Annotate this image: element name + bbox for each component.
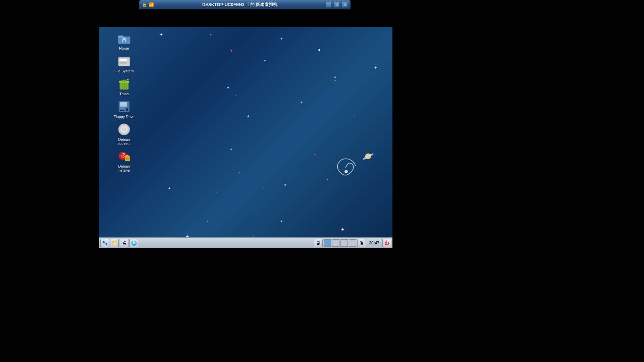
star-white: ✦ — [374, 65, 377, 70]
taskbar-menu-btn[interactable]: 🐾 — [100, 239, 109, 247]
star-white: · — [283, 122, 284, 125]
star-white: · — [195, 131, 195, 134]
star-red: ✶ — [238, 171, 240, 174]
trash-icon-img: ✦ — [117, 77, 131, 90]
star-white: ✦ — [280, 37, 283, 41]
star-white: ✦ — [283, 183, 287, 187]
star-red: ✦ — [230, 49, 233, 53]
workspace-1[interactable] — [324, 239, 331, 247]
star-white: ✦ — [247, 114, 250, 119]
star-white: ✦ — [226, 85, 230, 90]
system-clock: 20:47 — [367, 240, 381, 246]
star-white: · — [327, 178, 328, 181]
star-white: · — [381, 208, 381, 211]
taskbar-power-btn[interactable]: ⏻ — [382, 239, 391, 247]
star-white: ✦ — [168, 186, 171, 191]
star-white: · — [141, 184, 142, 187]
lock-icon: 🔒 — [142, 2, 147, 7]
star-white: ✦ — [317, 47, 321, 53]
star-red: ✶ — [235, 94, 237, 97]
star-white: · — [260, 158, 261, 161]
taskbar-filemgr-btn[interactable]: 📁 — [110, 239, 119, 247]
svg-rect-19 — [120, 108, 124, 109]
star-white: ✶ — [334, 75, 336, 79]
filesystem-icon-img — [117, 54, 131, 68]
star-white: · — [181, 54, 182, 57]
star-white: ✦ — [159, 32, 163, 37]
close-button[interactable]: ✕ — [342, 2, 348, 8]
titlebar-controls: ─ ⧉ ✕ — [326, 2, 348, 8]
debian-installer-label: Debian Installer — [112, 164, 136, 172]
workspace-2[interactable] — [332, 239, 339, 247]
debian-cd-icon-img — [117, 123, 131, 136]
star-white: ✦ — [340, 226, 345, 233]
star-white: · — [354, 114, 355, 117]
filesystem-icon-item[interactable]: File System — [111, 53, 138, 74]
taskbar: 🐾 📁 🖨 🌐 🖥 🖱 20:47 ⏻ — [99, 237, 392, 248]
star-red: ✦ — [334, 79, 336, 82]
svg-rect-5 — [123, 40, 125, 42]
floppy-icon-img — [117, 100, 131, 113]
svg-rect-20 — [126, 108, 128, 111]
home-label: Home — [119, 46, 129, 50]
trash-label: Trash — [119, 92, 129, 96]
star-white: ✶ — [280, 220, 283, 223]
vm-desktop: ✦✦✶✦✦✶·✶✦✦··✦····✶···✦··✦····✦··✶·✦··✦·✦… — [99, 27, 392, 248]
star-white: · — [158, 156, 159, 160]
star-white: · — [324, 225, 324, 228]
star-white: · — [387, 85, 388, 88]
titlebar-left: 🔒 📶 — [142, 2, 154, 7]
svg-rect-12 — [122, 80, 126, 81]
taskbar-right: 🖥 🖱 20:47 ⏻ — [314, 239, 391, 247]
star-white: · — [216, 209, 217, 213]
desktop-icons: Home File System — [111, 30, 138, 174]
home-icon-item[interactable]: Home — [111, 30, 138, 52]
svg-point-24 — [123, 129, 125, 130]
filesystem-label: File System — [114, 69, 133, 73]
svg-rect-8 — [119, 62, 127, 63]
taskbar-screen-btn[interactable]: 🖥 — [314, 239, 323, 247]
star-white: ✦ — [263, 59, 267, 63]
floppy-icon-item[interactable]: Floppy Drive — [111, 99, 138, 120]
debian-installer-icon-img — [117, 149, 131, 163]
debian-cd-label: Debian squee... — [112, 137, 136, 145]
workspace-3[interactable] — [340, 239, 348, 247]
restore-button[interactable]: ⧉ — [334, 2, 340, 8]
workspace-4[interactable] — [349, 239, 356, 247]
star-white: · — [196, 220, 197, 223]
star-red: ✦ — [206, 220, 209, 223]
svg-text:✦: ✦ — [126, 78, 129, 81]
floppy-label: Floppy Drive — [114, 115, 135, 119]
debian-installer-icon-item[interactable]: Debian Installer — [111, 148, 138, 174]
home-icon-img — [117, 32, 131, 45]
svg-rect-9 — [119, 63, 127, 64]
star-red: ✦ — [314, 153, 316, 156]
signal-icon: 📶 — [149, 2, 154, 7]
titlebar: 🔒 📶 DESKTOP-UC0FEN3 上的 新建虚拟机 ─ ⧉ ✕ — [139, 0, 351, 9]
debian-cd-icon-item[interactable]: Debian squee... — [111, 121, 138, 147]
star-white: ✶ — [300, 101, 303, 104]
minimize-button[interactable]: ─ — [326, 2, 332, 8]
svg-rect-2 — [118, 36, 123, 38]
titlebar-title: DESKTOP-UC0FEN3 上的 新建虚拟机 — [202, 2, 277, 8]
svg-point-0 — [344, 170, 348, 173]
svg-rect-7 — [119, 59, 127, 61]
star-white: ✶ — [230, 147, 232, 151]
star-white: · — [216, 191, 217, 194]
space-spiral — [332, 154, 359, 182]
star-white: ✶ — [210, 34, 212, 37]
star-white: · — [374, 188, 375, 191]
star-white: · — [314, 153, 314, 156]
taskbar-print-btn[interactable]: 🖨 — [120, 239, 128, 247]
saturn-icon: 🪐 — [362, 151, 374, 162]
star-white: · — [263, 186, 264, 189]
taskbar-display-btn[interactable]: 🖱 — [357, 239, 366, 247]
svg-rect-18 — [120, 102, 127, 107]
svg-rect-21 — [120, 110, 124, 111]
trash-icon-item[interactable]: ✦ Trash — [111, 76, 138, 97]
taskbar-browser-btn[interactable]: 🌐 — [129, 239, 138, 247]
